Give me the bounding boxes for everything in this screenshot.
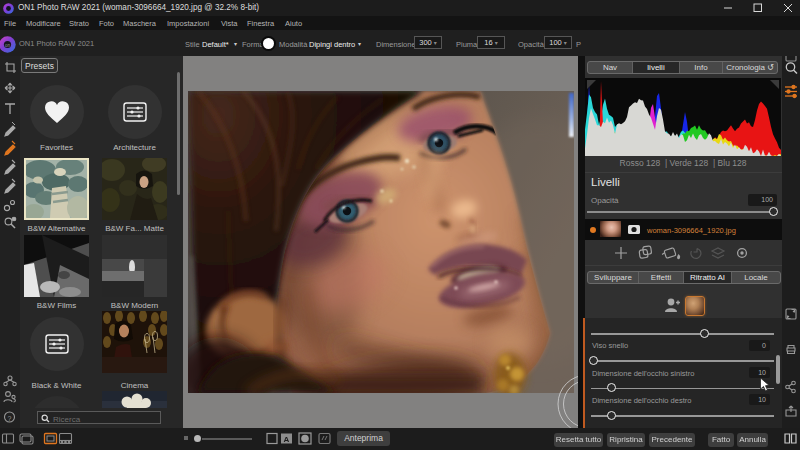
svg-text:?: ?: [8, 415, 12, 422]
svg-text:A: A: [284, 435, 290, 444]
svg-text:on: on: [5, 43, 11, 48]
